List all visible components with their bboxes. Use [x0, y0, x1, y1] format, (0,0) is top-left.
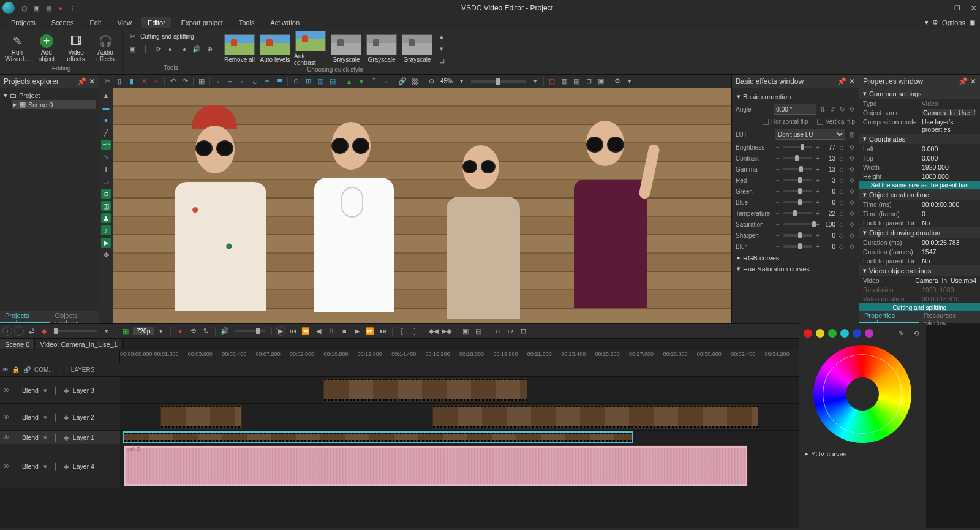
- tool-rotate-icon[interactable]: ⟳: [153, 44, 164, 55]
- vt-sprite-icon[interactable]: ♟: [101, 213, 111, 223]
- scene-tab[interactable]: Scene 0: [0, 339, 35, 349]
- slider-kf-9[interactable]: ◇: [838, 243, 845, 250]
- lut-select[interactable]: Don't use LUT: [775, 129, 845, 140]
- slider-reset-5[interactable]: ⟲: [848, 199, 855, 206]
- th-eye-icon[interactable]: 👁: [2, 366, 9, 373]
- tl-key-icon[interactable]: ◆: [39, 325, 50, 336]
- qat-rec-icon[interactable]: ●: [56, 4, 65, 12]
- qat-save-icon[interactable]: ▤: [44, 4, 53, 12]
- hflip-checkbox[interactable]: Horizontal flip: [763, 118, 809, 125]
- th-lock-icon[interactable]: 🔒: [12, 366, 20, 373]
- ct-al5[interactable]: ≡: [262, 76, 273, 87]
- slider-kf-6[interactable]: ◇: [838, 210, 845, 217]
- ct-sp1[interactable]: ◫: [546, 76, 557, 87]
- vt-anim-icon[interactable]: ▶: [101, 238, 111, 248]
- ct-ar2[interactable]: ⊞: [303, 76, 314, 87]
- slider-9[interactable]: [783, 245, 812, 248]
- style-remove-all[interactable]: Remove all: [223, 34, 256, 63]
- slider-inc-4[interactable]: +: [815, 188, 821, 195]
- props-close-icon[interactable]: ✕: [970, 77, 976, 86]
- tl-play-icon[interactable]: ▶: [276, 326, 285, 336]
- tool-speed-icon[interactable]: ▸: [165, 44, 176, 55]
- slider-dec-7[interactable]: −: [775, 221, 781, 228]
- slider-7[interactable]: [783, 223, 812, 225]
- slider-reset-7[interactable]: ⟲: [848, 221, 855, 228]
- clip-layer2-b[interactable]: [432, 405, 758, 429]
- hue-dot-green[interactable]: [828, 329, 837, 338]
- btn-same-size[interactable]: Set the same size as the parent has: [859, 181, 980, 189]
- slider-reset-0[interactable]: ⟲: [848, 143, 855, 151]
- vflip-checkbox[interactable]: Vertical flip: [817, 118, 855, 125]
- lut-folder-icon[interactable]: ▥: [848, 131, 855, 138]
- style-auto-levels[interactable]: Auto levels: [258, 34, 292, 63]
- clip-layer1-selected[interactable]: [124, 432, 633, 442]
- project-tree[interactable]: ▾🗀Project ▸▦Scene 0: [0, 88, 99, 311]
- clip-tab[interactable]: Video: Camera_In_Use_1: [35, 339, 123, 349]
- vt-text-icon[interactable]: T: [101, 164, 111, 174]
- tl-prevk-icon[interactable]: ◆◀: [428, 325, 439, 336]
- tl-720-badge[interactable]: 720p: [133, 327, 154, 335]
- slider-kf-3[interactable]: ◇: [838, 176, 845, 184]
- btn-cut-split[interactable]: Cutting and splitting: [859, 303, 980, 311]
- track-row-1[interactable]: 👁Blend▾⎮◆Layer 1: [0, 431, 799, 444]
- angle-reset-icon[interactable]: ⟲: [848, 105, 855, 113]
- angle-spin-icon[interactable]: ⇅: [819, 105, 826, 113]
- tl-a-icon[interactable]: ⟲: [187, 325, 198, 336]
- tl-drop1[interactable]: ▾: [101, 325, 112, 336]
- vt-chart-icon[interactable]: ◫: [101, 201, 111, 211]
- ct-top-icon[interactable]: ⤒: [368, 76, 379, 87]
- qat-new-icon[interactable]: ▢: [20, 4, 28, 12]
- tl-tostart-icon[interactable]: ⏮: [287, 325, 298, 336]
- slider-5[interactable]: [783, 201, 812, 203]
- props-pin-icon[interactable]: 📌: [959, 77, 968, 86]
- angle-rotr-icon[interactable]: ↻: [839, 105, 846, 113]
- video-effects-button[interactable]: 🎞Video effects: [62, 31, 89, 65]
- menu-tools[interactable]: Tools: [233, 17, 261, 28]
- vt-audiovis-icon[interactable]: ♪: [101, 225, 111, 235]
- timeline-ruler[interactable]: 00:00:00.00000:01.80000:03.60000:05.4000…: [120, 350, 799, 363]
- slider-inc-2[interactable]: +: [815, 166, 821, 173]
- ct-paste-icon[interactable]: ▮: [126, 76, 137, 87]
- gear-icon[interactable]: ⚙: [932, 18, 938, 26]
- tl-s2[interactable]: ▤: [473, 325, 484, 336]
- ct-grid-icon[interactable]: ▦: [196, 76, 207, 87]
- tl-s3[interactable]: ↤: [492, 325, 503, 336]
- clip-layer2-a[interactable]: [160, 405, 242, 429]
- minimize-icon[interactable]: —: [937, 4, 946, 12]
- psec-oct[interactable]: ▾ Object creation time: [859, 189, 980, 200]
- tree-item-scene0[interactable]: ▸▦Scene 0: [12, 100, 96, 109]
- chevron-down-icon[interactable]: ▾: [925, 18, 929, 26]
- tool-volume-icon[interactable]: 🔊: [191, 44, 202, 55]
- slider-2[interactable]: [783, 168, 812, 170]
- hue-dot-red[interactable]: [804, 329, 812, 338]
- slider-inc-8[interactable]: +: [815, 232, 821, 239]
- tl-s4[interactable]: ↦: [505, 325, 516, 336]
- tl-rec-icon[interactable]: ●: [175, 325, 186, 336]
- slider-kf-8[interactable]: ◇: [838, 232, 845, 239]
- clip-layer3[interactable]: [323, 378, 527, 402]
- slider-3[interactable]: [783, 179, 812, 181]
- ct-link-icon[interactable]: 🔗: [397, 76, 408, 87]
- ct-ar3[interactable]: ▥: [315, 76, 326, 87]
- hue-wheel[interactable]: [813, 345, 911, 443]
- ct-undo-icon[interactable]: ↶: [167, 76, 178, 87]
- ct-up-icon[interactable]: ▲: [344, 76, 355, 87]
- ct-redo-icon[interactable]: ↷: [179, 76, 190, 87]
- ct-zoom-drop-icon[interactable]: ▾: [456, 76, 467, 87]
- ct-sp3[interactable]: ▦: [571, 76, 582, 87]
- slider-reset-2[interactable]: ⟲: [848, 165, 855, 173]
- slider-reset-8[interactable]: ⟲: [848, 232, 855, 239]
- tl-stepfwd-icon[interactable]: ⏩: [364, 325, 375, 336]
- help-icon[interactable]: ▣: [969, 18, 975, 26]
- style-grayscale-3[interactable]: Grayscale: [401, 34, 434, 63]
- track-row-3[interactable]: 👁Blend▾⎮◆Layer 3: [0, 377, 799, 404]
- ct-sp4[interactable]: ⊞: [583, 76, 594, 87]
- qat-open-icon[interactable]: ▣: [32, 4, 40, 12]
- slider-dec-1[interactable]: −: [775, 155, 781, 162]
- ct-sp5[interactable]: ▣: [595, 76, 606, 87]
- close-icon[interactable]: ✕: [969, 4, 978, 12]
- effects-close-icon[interactable]: ✕: [849, 77, 855, 86]
- tl-markout-icon[interactable]: ]: [409, 325, 420, 336]
- slider-inc-6[interactable]: +: [815, 210, 821, 217]
- slider-inc-9[interactable]: +: [815, 243, 821, 250]
